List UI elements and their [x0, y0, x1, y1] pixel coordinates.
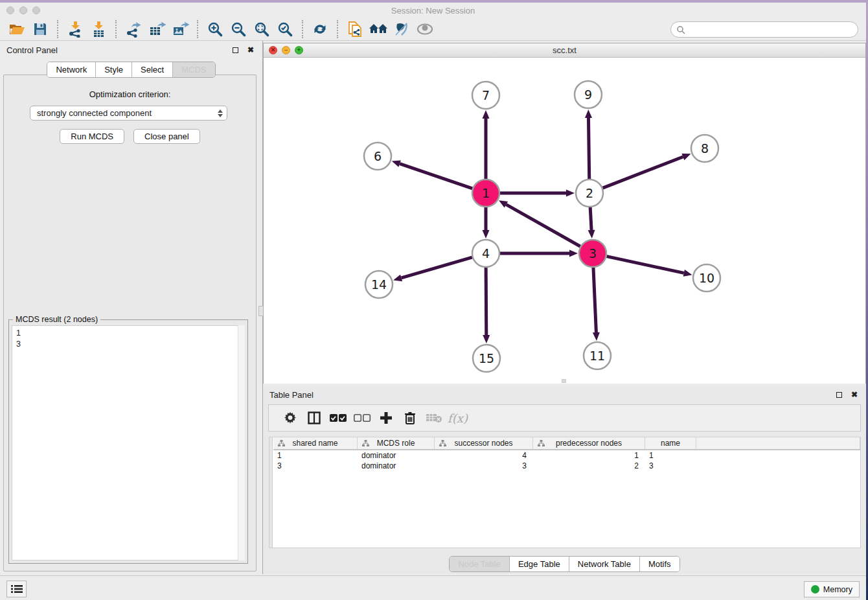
- deselect-all-checkboxes-icon[interactable]: [350, 408, 374, 428]
- split-view-icon[interactable]: [302, 408, 326, 428]
- import-table-icon[interactable]: [87, 19, 110, 39]
- open-session-icon[interactable]: [5, 19, 29, 39]
- zoom-in-icon[interactable]: [203, 19, 227, 39]
- delete-table-icon[interactable]: [422, 408, 446, 428]
- table-cell[interactable]: 3: [645, 461, 696, 471]
- graph-edge-2-9[interactable]: [588, 118, 589, 179]
- toolbar-separator: [302, 20, 303, 38]
- graph-node-label: 10: [699, 271, 714, 285]
- graph-node-label: 3: [589, 246, 597, 260]
- tab-edge-table[interactable]: Edge Table: [509, 557, 569, 571]
- clone-network-icon[interactable]: [343, 19, 367, 39]
- graph-node-label: 2: [586, 186, 593, 200]
- edge-arrowhead: [483, 230, 490, 238]
- search-input[interactable]: [689, 25, 858, 34]
- table-cell[interactable]: 1: [645, 450, 696, 461]
- float-table-panel-icon[interactable]: [834, 389, 844, 400]
- result-scrollbar[interactable]: [238, 325, 245, 560]
- function-builder-icon[interactable]: f(x): [446, 408, 470, 428]
- graph-edge-3-1[interactable]: [506, 205, 580, 247]
- optimization-criterion-select[interactable]: strongly connected component: [30, 106, 227, 121]
- import-network-icon[interactable]: [63, 19, 87, 39]
- zoom-fit-icon[interactable]: [250, 19, 273, 39]
- select-all-checkboxes-icon[interactable]: [326, 408, 350, 428]
- birds-eye-view-icon[interactable]: [413, 19, 437, 39]
- close-panel-button[interactable]: Close panel: [133, 129, 200, 144]
- graph-edge-3-10[interactable]: [607, 257, 684, 273]
- tab-node-table[interactable]: Node Table: [450, 557, 509, 571]
- graph-node-label: 11: [589, 349, 605, 363]
- table-row[interactable]: 3dominator323: [273, 461, 860, 471]
- table-cell[interactable]: 3: [273, 461, 358, 471]
- edge-arrowhead: [683, 270, 692, 277]
- add-column-icon[interactable]: [374, 408, 398, 428]
- graph-edge-4-15[interactable]: [486, 268, 486, 335]
- graph-edge-1-6[interactable]: [400, 164, 472, 189]
- table-cell[interactable]: 1: [533, 450, 645, 461]
- column-header-predecessor-nodes[interactable]: predecessor nodes: [533, 437, 645, 449]
- control-panel: Control Panel ✖ Network Style Select MCD…: [0, 41, 262, 574]
- export-network-icon[interactable]: [122, 19, 145, 39]
- column-header-name[interactable]: name: [645, 437, 696, 449]
- node-table[interactable]: shared nameMCDS rolesuccessor nodesprede…: [269, 437, 861, 548]
- graph-node-label: 15: [479, 351, 494, 365]
- update-network-icon[interactable]: [308, 19, 332, 39]
- graph-edge-2-8[interactable]: [603, 157, 683, 188]
- zoom-selected-icon[interactable]: [273, 19, 297, 39]
- show-log-button[interactable]: [6, 581, 27, 597]
- table-tabs: Node Table Edge Table Network Table Moti…: [449, 556, 680, 572]
- table-settings-icon[interactable]: [278, 408, 302, 428]
- table-cell[interactable]: 2: [533, 461, 645, 471]
- close-table-panel-icon[interactable]: ✖: [849, 389, 860, 400]
- tab-network-table[interactable]: Network Table: [569, 557, 639, 571]
- column-header-shared-name[interactable]: shared name: [273, 437, 358, 449]
- column-header-MCDS-role[interactable]: MCDS role: [358, 437, 435, 449]
- edge-arrowhead: [588, 230, 595, 238]
- memory-status-icon: [811, 585, 819, 594]
- float-panel-icon[interactable]: [230, 45, 240, 55]
- run-mcds-button[interactable]: Run MCDS: [60, 129, 124, 144]
- tab-mcds[interactable]: MCDS: [172, 62, 214, 77]
- toggle-graphics-details-icon[interactable]: [390, 19, 413, 39]
- close-panel-icon[interactable]: ✖: [246, 45, 256, 55]
- export-image-icon[interactable]: [168, 19, 192, 39]
- column-header-successor-nodes[interactable]: successor nodes: [435, 437, 533, 449]
- tab-select[interactable]: Select: [131, 62, 172, 77]
- table-cell[interactable]: 3: [435, 461, 533, 471]
- toolbar-separator: [197, 20, 198, 38]
- table-panel-title: Table Panel: [269, 390, 314, 400]
- zoom-out-icon[interactable]: [227, 19, 250, 39]
- select-stepper-icon: [218, 110, 223, 117]
- table-cell[interactable]: 4: [435, 450, 533, 461]
- graph-edge-4-14[interactable]: [402, 257, 472, 278]
- search-box[interactable]: [670, 21, 858, 38]
- edge-arrowhead: [483, 335, 490, 343]
- graph-node-label: 4: [482, 246, 490, 260]
- network-canvas[interactable]: 1234678910111415: [264, 58, 865, 384]
- table-cell[interactable]: 1: [273, 450, 358, 461]
- table-cell[interactable]: dominator: [358, 450, 435, 461]
- table-row[interactable]: 1dominator411: [273, 450, 860, 461]
- memory-button[interactable]: Memory: [804, 581, 860, 597]
- table-header-row: shared nameMCDS rolesuccessor nodesprede…: [273, 437, 860, 450]
- delete-column-icon[interactable]: [398, 408, 422, 428]
- tab-style[interactable]: Style: [95, 62, 131, 77]
- graph-node-label: 1: [482, 186, 490, 200]
- mcds-result-title: MCDS result (2 nodes): [13, 315, 100, 324]
- tab-motifs[interactable]: Motifs: [639, 557, 680, 571]
- edge-arrowhead: [569, 250, 578, 257]
- optimization-criterion-label: Optimization criterion:: [4, 89, 256, 99]
- toolbar-separator: [337, 20, 338, 38]
- first-neighbors-icon[interactable]: [367, 19, 390, 39]
- canvas-resize-knob[interactable]: [562, 379, 566, 383]
- export-table-icon[interactable]: [145, 19, 168, 39]
- mcds-result-text[interactable]: 1 3: [12, 325, 245, 560]
- control-panel-tabs: Network Style Select MCDS: [47, 62, 215, 78]
- tab-network[interactable]: Network: [47, 62, 95, 77]
- graph-edge-2-3[interactable]: [590, 207, 591, 230]
- graph-edge-3-11[interactable]: [593, 268, 596, 332]
- table-cell[interactable]: dominator: [358, 461, 435, 471]
- network-window-titlebar[interactable]: ✕ – + scc.txt: [264, 43, 865, 58]
- save-session-icon[interactable]: [29, 19, 52, 39]
- network-window-title: scc.txt: [264, 45, 865, 55]
